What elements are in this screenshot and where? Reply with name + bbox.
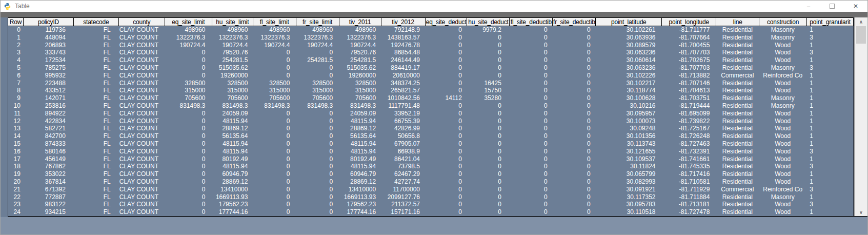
cell-eq_site_limit[interactable]: 0 (165, 163, 212, 170)
cell-point_longitude[interactable]: -81.711884 (662, 193, 716, 201)
cell-eq_site_limit[interactable]: 0 (165, 193, 212, 201)
cell-construction[interactable]: Wood (759, 140, 806, 148)
cell-construction[interactable]: Reinforced Co (759, 72, 806, 80)
cell-policyID[interactable]: 874333 (24, 140, 74, 148)
cell-fl_site_deductib[interactable]: 0 (510, 110, 553, 118)
cell-construction[interactable]: Wood (759, 163, 806, 170)
cell-point_longitude[interactable]: -81.707664 (662, 34, 716, 42)
cell-fl_site_limit[interactable]: 0 (253, 178, 296, 186)
cell-fl_site_deductib[interactable]: 0 (510, 56, 553, 64)
cell-point_longitude[interactable]: -81.702675 (662, 56, 716, 64)
cell-construction[interactable]: Masonry (759, 26, 806, 34)
cell-line[interactable]: Commercial (716, 72, 759, 80)
column-header-county[interactable]: county (119, 18, 165, 26)
cell-construction[interactable]: Masonry (759, 193, 806, 201)
cell-fl_site_deductib[interactable]: 0 (510, 125, 553, 132)
cell-fl_site_deductib[interactable]: 0 (510, 80, 553, 87)
cell-point_granularit[interactable]: 1 (806, 110, 853, 118)
cell-statecode[interactable]: FL (74, 42, 119, 49)
cell-fl_site_deductib[interactable]: 0 (510, 186, 553, 193)
cell-hu_site_deduct[interactable]: 0 (467, 102, 510, 110)
cell-policyID[interactable]: 142071 (24, 94, 74, 102)
column-header-fl_site_limit[interactable]: fl_site_limit (253, 18, 296, 26)
cell-eq_site_limit[interactable]: 328500 (165, 80, 212, 87)
cell-hu_site_limit[interactable]: 80192.49 (212, 155, 253, 163)
cell-policyID[interactable]: 785275 (24, 64, 74, 72)
cell-eq_site_deduct[interactable]: 0 (425, 186, 467, 193)
row-index-cell[interactable]: 0 (8, 26, 24, 34)
cell-eq_site_deduct[interactable]: 0 (425, 193, 467, 201)
cell-hu_site_deduct[interactable]: 0 (467, 178, 510, 186)
cell-fr_site_limit[interactable]: 0 (296, 155, 339, 163)
cell-tiv_2012[interactable]: 1438163.57 (381, 34, 425, 42)
cell-construction[interactable]: Wood (759, 125, 806, 132)
close-button[interactable]: ✕ (844, 1, 867, 12)
cell-point_latitude[interactable]: 30.100073 (596, 118, 662, 125)
column-header-point_longitude[interactable]: point_longitude (662, 18, 716, 26)
column-header-eq_site_limit[interactable]: eq_site_limit (165, 18, 212, 26)
cell-hu_site_limit[interactable]: 1322376.3 (212, 34, 253, 42)
cell-county[interactable]: CLAY COUNT (119, 132, 165, 140)
cell-county[interactable]: CLAY COUNT (119, 208, 165, 216)
cell-fr_site_limit[interactable]: 0 (296, 110, 339, 118)
cell-tiv_2011[interactable]: 80192.49 (339, 155, 381, 163)
row-index-cell[interactable]: 14 (8, 132, 24, 140)
cell-point_granularit[interactable]: 1 (806, 56, 853, 64)
cell-line[interactable]: Residential (716, 26, 759, 34)
cell-fl_site_limit[interactable]: 498960 (253, 26, 296, 34)
cell-eq_site_deduct[interactable]: 0 (425, 201, 467, 208)
cell-point_latitude[interactable]: 30.10216 (596, 102, 662, 110)
cell-statecode[interactable]: FL (74, 110, 119, 118)
row-index-cell[interactable]: 23 (8, 201, 24, 208)
cell-policyID[interactable]: 206893 (24, 42, 74, 49)
cell-tiv_2012[interactable]: 50656.8 (381, 132, 425, 140)
cell-point_longitude[interactable]: -81.710581 (662, 178, 716, 186)
minimize-button[interactable]: – (797, 1, 820, 12)
cell-point_latitude[interactable]: 30.121655 (596, 148, 662, 155)
cell-eq_site_limit[interactable]: 498960 (165, 26, 212, 34)
cell-point_longitude[interactable]: -81.719444 (662, 102, 716, 110)
cell-construction[interactable]: Wood (759, 110, 806, 118)
cell-hu_site_limit[interactable]: 177744.16 (212, 208, 253, 216)
cell-construction[interactable]: Wood (759, 42, 806, 49)
cell-point_longitude[interactable]: -81.711777 (662, 26, 716, 34)
cell-point_latitude[interactable]: 30.091921 (596, 186, 662, 193)
cell-tiv_2012[interactable]: 67905.07 (381, 140, 425, 148)
cell-point_longitude[interactable]: -81.741661 (662, 155, 716, 163)
cell-fr_site_limit[interactable]: 0 (296, 163, 339, 170)
cell-hu_site_deduct[interactable]: 0 (467, 186, 510, 193)
cell-point_longitude[interactable]: -81.707703 (662, 49, 716, 56)
cell-line[interactable]: Residential (716, 80, 759, 87)
cell-statecode[interactable]: FL (74, 155, 119, 163)
cell-fl_site_deductib[interactable]: 0 (510, 87, 553, 94)
cell-point_latitude[interactable]: 30.102261 (596, 26, 662, 34)
row-index-cell[interactable]: 4 (8, 56, 24, 64)
cell-policyID[interactable]: 934215 (24, 208, 74, 216)
cell-point_longitude[interactable]: -81.727478 (662, 208, 716, 216)
cell-fr_site_limit[interactable]: 0 (296, 201, 339, 208)
cell-fl_site_deductib[interactable]: 0 (510, 201, 553, 208)
cell-county[interactable]: CLAY COUNT (119, 170, 165, 178)
cell-point_granularit[interactable]: 1 (806, 208, 853, 216)
cell-eq_site_deduct[interactable]: 0 (425, 72, 467, 80)
cell-statecode[interactable]: FL (74, 64, 119, 72)
cell-statecode[interactable]: FL (74, 148, 119, 155)
cell-point_longitude[interactable]: -81.717416 (662, 170, 716, 178)
cell-tiv_2011[interactable]: 1322376.3 (339, 34, 381, 42)
cell-line[interactable]: Residential (716, 155, 759, 163)
column-header-line[interactable]: line (716, 18, 759, 26)
cell-fl_site_deductib[interactable]: 0 (510, 26, 553, 34)
cell-point_granularit[interactable]: 3 (806, 163, 853, 170)
cell-policyID[interactable]: 983122 (24, 201, 74, 208)
cell-point_longitude[interactable]: -81.727463 (662, 140, 716, 148)
cell-tiv_2012[interactable]: 86854.48 (381, 49, 425, 56)
cell-point_granularit[interactable]: 1 (806, 193, 853, 201)
cell-fr_site_limit[interactable]: 315000 (296, 87, 339, 94)
cell-fr_site_limit[interactable]: 0 (296, 125, 339, 132)
cell-tiv_2012[interactable]: 1117791.48 (381, 102, 425, 110)
cell-hu_site_deduct[interactable]: 0 (467, 42, 510, 49)
cell-tiv_2011[interactable]: 498960 (339, 26, 381, 34)
cell-point_latitude[interactable]: 30.063936 (596, 34, 662, 42)
cell-hu_site_limit[interactable]: 79520.76 (212, 49, 253, 56)
cell-fl_site_limit[interactable]: 0 (253, 72, 296, 80)
